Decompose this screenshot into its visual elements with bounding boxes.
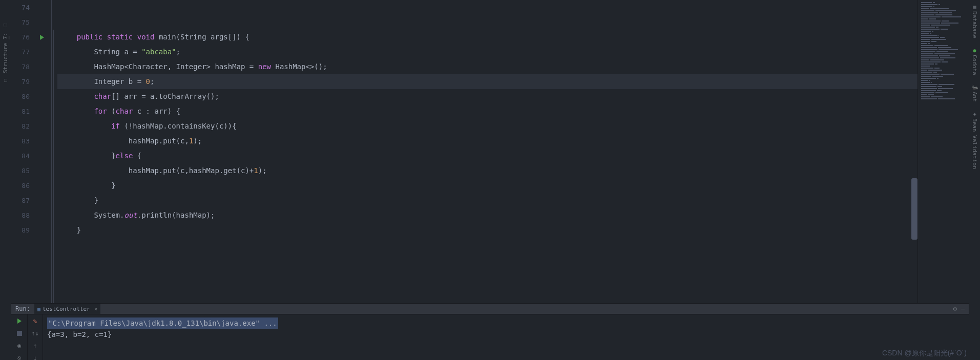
dump-threads-icon[interactable]: ◉ bbox=[15, 341, 24, 350]
run-line-icon[interactable] bbox=[40, 35, 44, 40]
ant-tool-button[interactable]: 🐜Ant bbox=[970, 83, 979, 103]
code-minimap[interactable] bbox=[918, 0, 969, 303]
run-toolbar-secondary: ✎ ↑↓ ↑ ↓ bbox=[28, 314, 43, 360]
code-line[interactable]: char[] arr = a.toCharArray(); bbox=[57, 89, 918, 104]
code-content[interactable]: public static void main(String args[]) {… bbox=[57, 0, 918, 303]
code-line[interactable]: } bbox=[57, 193, 918, 208]
down-icon[interactable]: ↓ bbox=[31, 353, 40, 360]
console-output[interactable]: "C:\Program Files\Java\jdk1.8.0_131\bin\… bbox=[43, 314, 969, 360]
rerun-button[interactable] bbox=[15, 316, 24, 326]
exit-icon[interactable]: ⎋ bbox=[15, 353, 24, 360]
main-content: 74757677787980818283848586878889 public … bbox=[11, 0, 969, 360]
code-line[interactable]: HashMap<Character, Integer> hashMap = ne… bbox=[57, 59, 918, 74]
run-tab-icon: ▦ bbox=[37, 306, 40, 312]
code-line[interactable]: public static void main(String args[]) { bbox=[57, 30, 918, 45]
console-command-line: "C:\Program Files\Java\jdk1.8.0_131\bin\… bbox=[47, 317, 278, 329]
code-line[interactable]: if (!hashMap.containsKey(c)){ bbox=[57, 119, 918, 134]
code-line[interactable] bbox=[57, 15, 918, 30]
hide-panel-icon[interactable]: — bbox=[961, 305, 965, 312]
run-panel-label: Run: bbox=[15, 305, 30, 312]
code-editor[interactable]: 74757677787980818283848586878889 public … bbox=[11, 0, 969, 303]
code-line[interactable]: }else { bbox=[57, 149, 918, 163]
line-number-gutter: 74757677787980818283848586878889 bbox=[11, 0, 36, 303]
gutter-icons bbox=[36, 0, 48, 303]
code-line[interactable]: Integer b = 0; bbox=[57, 74, 918, 89]
run-config-tab[interactable]: ▦ testController × bbox=[34, 304, 100, 314]
edit-config-icon[interactable]: ✎ bbox=[31, 316, 40, 326]
code-line[interactable]: } bbox=[57, 223, 918, 238]
close-tab-icon[interactable]: × bbox=[94, 306, 98, 312]
right-tool-sidebar: ▦Database ●Codota 🐜Ant ◈Bean Validation bbox=[969, 0, 980, 360]
run-tab-name: testController bbox=[43, 306, 90, 312]
database-tool-button[interactable]: ▦Database bbox=[970, 3, 979, 39]
code-line[interactable]: hashMap.put(c,1); bbox=[57, 134, 918, 149]
stop-button[interactable] bbox=[15, 329, 24, 338]
run-toolbar-primary: ◉ ⎋ bbox=[11, 314, 28, 360]
code-line[interactable] bbox=[57, 0, 918, 15]
code-line[interactable]: String a = "abcaba"; bbox=[57, 45, 918, 59]
left-tool-sidebar: Structure 7: ⬚ bbox=[0, 0, 11, 360]
code-line[interactable]: System.out.println(hashMap); bbox=[57, 208, 918, 223]
run-panel-header: Run: ▦ testController × ⚙ — bbox=[11, 304, 969, 314]
code-line[interactable]: for (char c : arr) { bbox=[57, 104, 918, 119]
console-output-line: {a=3, b=2, c=1} bbox=[47, 329, 965, 340]
structure-tool-button[interactable]: Structure 7: ⬚ bbox=[1, 20, 10, 86]
run-panel-body: ◉ ⎋ ✎ ↑↓ ↑ ↓ "C:\Program Files\Java\jdk1… bbox=[11, 314, 969, 360]
run-tool-window: Run: ▦ testController × ⚙ — ◉ ⎋ ✎ ↑↓ ↑ bbox=[11, 303, 969, 360]
bean-validation-tool-button[interactable]: ◈Bean Validation bbox=[970, 110, 979, 170]
editor-scrollbar[interactable] bbox=[911, 178, 918, 240]
fold-column bbox=[48, 0, 57, 303]
up-icon[interactable]: ↑ bbox=[31, 341, 40, 350]
codota-tool-button[interactable]: ●Codota bbox=[970, 47, 979, 76]
code-line[interactable]: hashMap.put(c,hashMap.get(c)+1); bbox=[57, 163, 918, 178]
gear-icon[interactable]: ⚙ bbox=[953, 305, 957, 312]
code-line[interactable]: } bbox=[57, 178, 918, 193]
scroll-up-icon[interactable]: ↑↓ bbox=[31, 329, 40, 338]
